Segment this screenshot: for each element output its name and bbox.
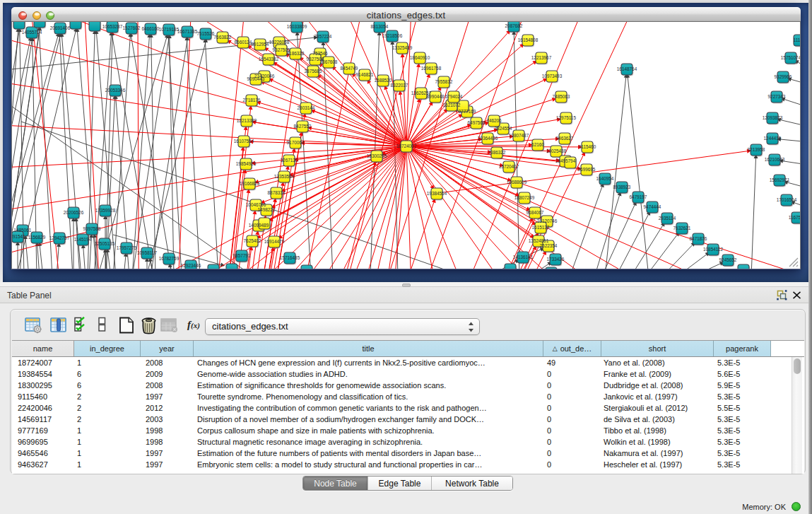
table-cell-title: Corpus callosum shape and size in male p… [194, 425, 543, 436]
citation-network-graph[interactable]: 1405571420691406106532871527602646616010… [12, 22, 800, 269]
table-cell-in-degree: 2 [74, 391, 141, 402]
table-row[interactable]: 946554611997Estimation of the future num… [12, 448, 804, 459]
graph-node-label: 9777169 [459, 109, 476, 114]
show-columns-button[interactable] [50, 317, 67, 334]
graph-node-label: 6479197 [630, 194, 647, 199]
graph-node-label: 9463627 [556, 136, 574, 141]
graph-node-label: 2522354 [540, 243, 558, 248]
table-row[interactable]: 977716911998Corpus callosum shape and si… [12, 425, 804, 436]
table-cell-pagerank: 5.3E-5 [714, 448, 771, 459]
column-header-in-degree[interactable]: in_degree [74, 341, 141, 356]
table-selector-combobox[interactable]: citations_edges.txt [205, 318, 480, 335]
graph-node-label: 14136141 [513, 255, 534, 259]
create-column-button[interactable] [119, 317, 134, 334]
table-cell-title: Structural magnetic resonance image aver… [194, 436, 543, 448]
graph-node-label: 10807487 [509, 133, 529, 138]
table-row[interactable]: 1938455462009Genome-wide association stu… [12, 368, 804, 380]
graph-node-label: 7857224 [314, 34, 332, 39]
table-header-row: namein_degreeyeartitle△out_de…shortpager… [12, 341, 804, 357]
network-canvas[interactable]: 1405571420691406106532871527602646616010… [11, 22, 801, 269]
graph-node-label: 9170064 [287, 140, 305, 145]
graph-node-label: 19218506 [382, 33, 403, 38]
column-header-year[interactable]: year [141, 341, 194, 356]
table-cell-year: 1997 [141, 448, 194, 459]
graph-node-label: 17359928 [95, 208, 116, 213]
unselect-all-columns-button[interactable] [98, 317, 107, 332]
graph-node-label: 13325419 [392, 45, 413, 50]
graph-node-label: 10973493 [542, 74, 563, 78]
tab-node-table[interactable]: Node Table [303, 477, 368, 490]
column-header-short[interactable]: short [601, 341, 714, 356]
column-header-label: in_degree [90, 344, 124, 353]
column-header-label: pagerank [726, 344, 758, 353]
table-cell-short: Dudbridge et al. (2008) [601, 380, 714, 391]
table-cell-pagerank: 5.3E-5 [714, 357, 771, 368]
graph-node-label: 16543382 [259, 57, 279, 62]
table-cell-out-de-: 0 [543, 448, 601, 459]
graph-node[interactable] [89, 22, 101, 33]
table-cell-year: 2009 [141, 368, 194, 380]
table-cell-title: Embryonic stem cells: a model to study s… [194, 459, 543, 470]
graph-node-label: 7485063 [553, 94, 570, 99]
tab-network-table[interactable]: Network Table [432, 477, 512, 490]
column-header-pagerank[interactable]: pagerank [714, 341, 771, 356]
table-row[interactable]: 1456911722003Disruption of a novel membe… [12, 414, 804, 425]
column-header-name[interactable]: name [12, 341, 74, 356]
table-row[interactable]: 946362711997Embryonic stem cells: a mode… [12, 459, 804, 470]
table-row[interactable]: 1872400712008Changes of HCN gene express… [12, 357, 804, 368]
graph-node-label: 16782759 [159, 256, 180, 261]
table-vertical-scrollbar[interactable] [792, 357, 802, 474]
table-row[interactable]: 2242004622012Investigating the contribut… [12, 402, 804, 414]
table-row[interactable]: 1830029562008Estimation of significance … [12, 380, 804, 391]
table-row[interactable]: 969969511998Structural magnetic resonanc… [12, 436, 804, 448]
graph-node[interactable] [738, 264, 750, 269]
graph-node[interactable] [70, 22, 82, 30]
table-cell-name: 9777169 [12, 425, 74, 436]
table-cell-name: 9463627 [12, 459, 74, 470]
table-browser-container: f(x) citations_edges.txt namein_degreeye… [10, 309, 806, 474]
select-all-columns-button[interactable] [74, 317, 87, 332]
graph-node[interactable] [505, 264, 517, 269]
table-cell-short: Wolkin et al. (1998) [601, 436, 714, 448]
delete-table-button[interactable] [160, 317, 178, 334]
close-panel-icon[interactable] [792, 291, 801, 300]
delete-columns-button[interactable] [141, 317, 157, 334]
graph-node[interactable] [301, 265, 313, 269]
window-resize-grip[interactable] [787, 256, 799, 267]
graph-node-label: 10046766 [246, 202, 266, 207]
function-builder-button[interactable]: f(x) [187, 319, 200, 331]
float-panel-icon[interactable] [777, 290, 787, 300]
table-cell-in-degree: 1 [74, 459, 141, 470]
network-window-titlebar[interactable]: citations_edges.txt [11, 7, 801, 22]
graph-node-label: 9684067 [526, 210, 544, 215]
table-cell-year: 1997 [141, 459, 194, 470]
graph-node[interactable] [546, 267, 558, 269]
graph-node-label: 16154808 [518, 37, 539, 42]
table-cell-year: 2008 [141, 380, 194, 391]
graph-node[interactable] [13, 22, 25, 30]
split-pane-drag-handle[interactable] [402, 284, 411, 287]
memory-status-indicator[interactable] [792, 502, 801, 511]
graph-node-label: 8813054 [371, 24, 389, 29]
table-row[interactable]: 911546021997Tourette syndrome. Phenomeno… [12, 391, 804, 402]
table-cell-title: Changes of HCN gene expression and I(f) … [194, 357, 543, 368]
graph-node-label: 13353594 [274, 174, 295, 179]
graph-node[interactable] [208, 264, 220, 269]
graph-node-label: 1145194 [74, 237, 92, 242]
column-header-title[interactable]: title [194, 341, 543, 356]
graph-node-label: 8322037 [391, 83, 408, 88]
tab-edge-table[interactable]: Edge Table [368, 477, 432, 490]
table-cell-name: 9465546 [12, 448, 74, 459]
table-cell-name: 14569117 [12, 414, 74, 425]
graph-node-label: 1498222 [258, 207, 276, 212]
graph-node-label: 19166825 [240, 181, 260, 186]
graph-node-label: 8938923 [613, 185, 631, 189]
scrollbar-thumb[interactable] [794, 358, 801, 374]
table-mode-button[interactable] [25, 317, 42, 334]
graph-node[interactable] [34, 22, 46, 29]
graph-node[interactable] [226, 264, 238, 269]
graph-node-label: 17016504 [777, 197, 797, 202]
column-header-out-de-[interactable]: △out_de… [543, 341, 601, 356]
network-view-window[interactable]: citations_edges.txt 14055714206914061065… [11, 7, 801, 269]
graph-node-label: 19854925 [236, 161, 257, 166]
